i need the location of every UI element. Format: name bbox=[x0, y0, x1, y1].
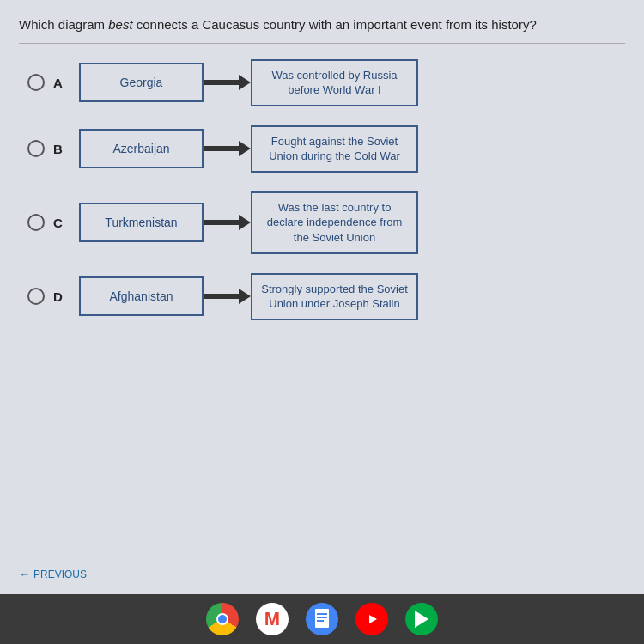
arrow-d bbox=[204, 289, 251, 304]
radio-a[interactable] bbox=[27, 74, 45, 91]
svg-rect-2 bbox=[317, 617, 327, 618]
arrow-head-d bbox=[239, 289, 251, 304]
question-text: Which diagram best connects a Caucasus c… bbox=[19, 15, 625, 34]
option-row-a: A Georgia Was controlled by Russia befor… bbox=[27, 59, 625, 106]
option-row-b: B Azerbaijan Fought against the Soviet U… bbox=[27, 125, 625, 173]
country-b: Azerbaijan bbox=[79, 129, 204, 168]
arrow-shaft-c bbox=[204, 220, 239, 225]
arrow-head-c bbox=[239, 215, 251, 230]
docs-svg bbox=[313, 609, 331, 629]
arrow-c bbox=[204, 215, 251, 230]
diagram-d: Afghanistan Strongly supported the Sovie… bbox=[79, 273, 418, 320]
arrow-shaft-a bbox=[204, 80, 239, 85]
arrow-head-b bbox=[239, 141, 251, 156]
diagram-b: Azerbaijan Fought against the Soviet Uni… bbox=[79, 125, 418, 173]
arrow-shaft-b bbox=[204, 146, 239, 151]
diagram-c: Turkmenistan Was the last country to dec… bbox=[79, 191, 418, 254]
radio-d[interactable] bbox=[27, 288, 45, 305]
left-arrow-icon: ← bbox=[19, 568, 30, 580]
svg-rect-3 bbox=[317, 620, 324, 622]
play-svg bbox=[413, 610, 430, 629]
event-a: Was controlled by Russia before World Wa… bbox=[251, 59, 418, 106]
option-row-c: C Turkmenistan Was the last country to d… bbox=[27, 191, 625, 254]
arrow-shaft-d bbox=[204, 294, 239, 299]
youtube-icon[interactable] bbox=[355, 603, 388, 635]
taskbar: M bbox=[0, 594, 644, 644]
label-c: C bbox=[53, 216, 70, 230]
previous-label: PREVIOUS bbox=[33, 568, 87, 580]
svg-rect-1 bbox=[317, 613, 327, 615]
label-b: B bbox=[53, 142, 70, 156]
options-container: A Georgia Was controlled by Russia befor… bbox=[19, 59, 625, 320]
label-d: D bbox=[53, 289, 70, 304]
radio-b[interactable] bbox=[27, 140, 45, 157]
arrow-a bbox=[204, 75, 251, 90]
play-store-icon[interactable] bbox=[405, 603, 438, 635]
option-row-d: D Afghanistan Strongly supported the Sov… bbox=[27, 273, 625, 320]
previous-button[interactable]: ← PREVIOUS bbox=[19, 557, 625, 586]
country-a: Georgia bbox=[79, 63, 204, 102]
event-c: Was the last country to declare independ… bbox=[251, 191, 418, 254]
gmail-icon[interactable]: M bbox=[256, 603, 289, 635]
gmail-letter: M bbox=[264, 608, 280, 630]
main-screen: Which diagram best connects a Caucasus c… bbox=[0, 0, 644, 594]
chrome-icon[interactable] bbox=[206, 603, 239, 635]
divider bbox=[19, 43, 625, 44]
youtube-svg bbox=[362, 612, 381, 626]
event-b: Fought against the Soviet Union during t… bbox=[251, 125, 418, 173]
radio-c[interactable] bbox=[27, 214, 45, 231]
arrow-b bbox=[204, 141, 251, 156]
arrow-head-a bbox=[239, 75, 251, 90]
docs-icon[interactable] bbox=[306, 603, 338, 635]
event-d: Strongly supported the Soviet Union unde… bbox=[251, 273, 418, 320]
country-c: Turkmenistan bbox=[79, 203, 204, 242]
diagram-a: Georgia Was controlled by Russia before … bbox=[79, 59, 418, 106]
svg-marker-6 bbox=[415, 611, 428, 628]
country-d: Afghanistan bbox=[79, 276, 204, 316]
label-a: A bbox=[53, 76, 70, 90]
chrome-center bbox=[216, 613, 228, 625]
